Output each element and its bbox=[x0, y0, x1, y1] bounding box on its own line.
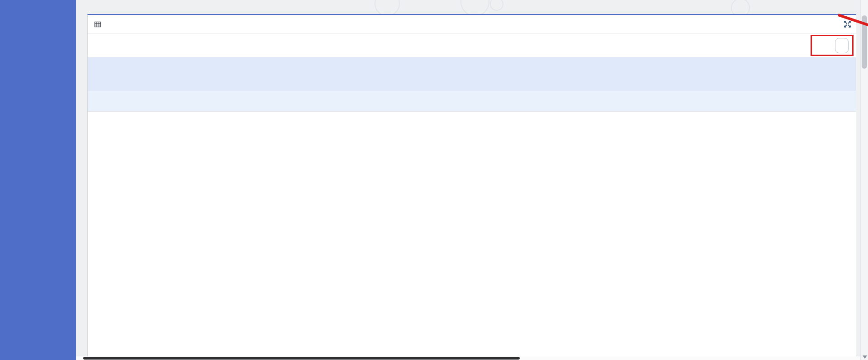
vertical-scrollbar[interactable] bbox=[860, 0, 868, 360]
sidebar bbox=[0, 0, 76, 360]
table-header-row bbox=[88, 57, 856, 91]
add-button[interactable] bbox=[835, 38, 849, 53]
horizontal-scrollbar-thumb[interactable] bbox=[83, 357, 520, 360]
main-content bbox=[76, 0, 868, 360]
panel-header bbox=[88, 15, 856, 34]
table-grid-icon bbox=[94, 21, 101, 28]
breadcrumb bbox=[76, 0, 868, 14]
scroll-down-arrow-icon[interactable] bbox=[863, 355, 867, 359]
table-filter-row bbox=[88, 91, 856, 112]
app-root bbox=[0, 0, 868, 360]
expand-icon[interactable] bbox=[844, 20, 851, 28]
grade-types-panel bbox=[87, 14, 856, 360]
vertical-scrollbar-thumb[interactable] bbox=[862, 15, 867, 69]
table-toolbar bbox=[88, 34, 856, 57]
horizontal-scrollbar[interactable] bbox=[76, 356, 860, 360]
